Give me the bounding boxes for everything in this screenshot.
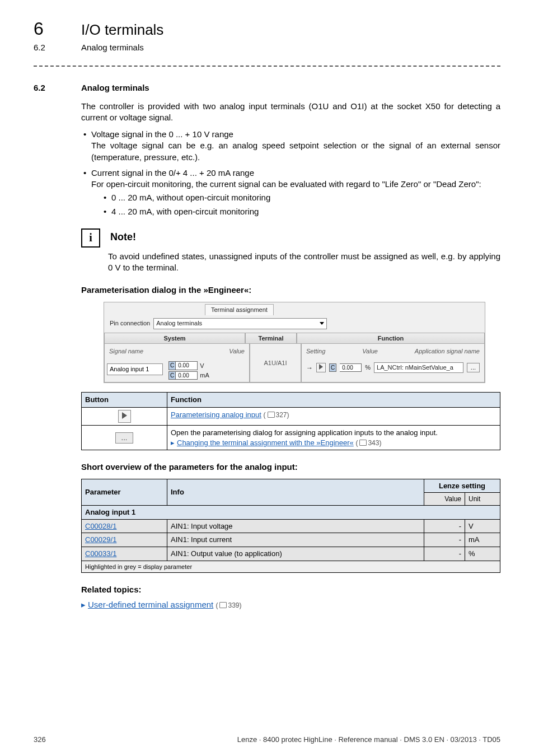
sub-bullet-no-monitor: 0 ... 20 mA, without open-circuit monito… [101,192,500,203]
function-unit: % [365,363,371,372]
page-ref: (327) [264,411,289,419]
signal-name-field[interactable]: Analog input 1 [107,363,163,375]
overview-heading: Short overview of the parameters for the… [81,461,500,473]
application-signal-field[interactable]: LA_NCtrl: nMainSetValue_a [374,362,463,373]
arrow-right-icon: → [306,363,313,372]
info-icon: i [81,228,100,248]
sub-bullet-with-monitor: 4 ... 20 mA, with open-circuit monitorin… [101,206,500,217]
bullet-current-line1: Current signal in the 0/+ 4 ... + 20 mA … [91,168,254,178]
bullet-current-line2: For open-circuit monitoring, the current… [91,179,481,189]
pin-connection-label: Pin connection [110,319,150,328]
page-ref-num: 343 [368,439,379,447]
col-terminal: Terminal [245,333,297,344]
col-function: Function [297,333,485,344]
unit-voltage: V [200,362,204,370]
footer-info: Lenze · 8400 protec HighLine · Reference… [237,735,500,745]
related-heading: Related topics: [81,584,500,595]
assign-dialog-button-small[interactable]: ... [467,363,480,372]
section-heading: Analog terminals [81,82,149,94]
arrow-marker-icon: ▸ [81,600,86,609]
divider-dashed [34,66,500,67]
parameterise-button-small[interactable] [316,363,326,372]
parameterise-button[interactable] [118,410,131,423]
book-icon [268,412,275,418]
section-title-top: Analog terminals [81,42,144,53]
function-value-header: Value [362,347,378,356]
parameter-table: Parameter Info Lenze setting Value Unit … [81,479,500,573]
dialog-heading: Parameterisation dialog in the »Engineer… [81,284,500,296]
terminal-name: A1U/A1I [250,344,301,382]
unit-c00033-1: % [465,547,500,561]
chapter-number: 6 [34,17,81,41]
value-voltage: 0.00 [176,361,198,370]
value-current: 0.00 [176,371,198,380]
th-function: Function [167,393,500,408]
page-ref-num: 327 [276,411,287,419]
play-triangle-icon [122,412,127,419]
book-icon [219,602,227,608]
col-system: System [104,333,245,344]
pin-connection-value: Analog terminals [156,319,202,328]
chapter-title: I/O terminals [81,20,163,40]
page-ref-num: 339 [228,601,239,609]
tab-terminal-assignment[interactable]: Terminal assignment [205,304,274,315]
pin-connection-select[interactable]: Analog terminals [153,318,327,329]
table-footnote: Highlighted in grey = display parameter [82,561,500,573]
info-c00029-1: AIN1: Input current [167,533,424,547]
val-c00033-1: - [424,547,465,561]
intro-paragraph: The controller is provided with two anal… [81,101,500,124]
unit-current: mA [200,371,209,380]
note-heading: Note! [110,230,136,244]
function-app-header: Application signal name [415,347,480,356]
book-icon [359,440,367,446]
val-c00029-1: - [424,533,465,547]
button-function-table: Button Function Parameterising analog in… [81,392,500,450]
dropdown-arrow-icon [320,322,324,325]
page-ref: (339) [216,601,241,609]
th-unit: Unit [465,493,500,506]
link-c00028-1[interactable]: C00028/1 [85,522,116,530]
assign-dialog-button[interactable]: ... [115,432,134,444]
system-signal-header: Signal name [109,347,143,356]
unit-c00028-1: V [465,519,500,533]
th-button: Button [82,393,167,408]
link-c00033-1[interactable]: C00033/1 [85,549,116,558]
c-badge-icon: C [329,363,336,372]
group-analog-input-1: Analog input 1 [82,506,500,520]
play-triangle-icon [319,364,323,370]
bullet-voltage-line2: The voltage signal can be e.g. an analog… [91,141,500,161]
link-changing-terminal-assignment[interactable]: Changing the terminal assignment with th… [177,438,354,447]
info-c00033-1: AIN1: Output value (to application) [167,547,424,561]
link-c00029-1[interactable]: C00029/1 [85,535,116,544]
bullet-current: Current signal in the 0/+ 4 ... + 20 mA … [81,167,500,217]
bullet-voltage-line1: Voltage signal in the 0 ... + 10 V range [91,129,233,139]
page-ref: (343) [355,439,381,447]
th-value: Value [424,493,465,506]
row2-description: Open the parameterising dialog for assig… [171,428,438,437]
function-value: 0.00 [340,363,362,372]
th-parameter: Parameter [82,479,167,506]
th-info: Info [167,479,424,506]
function-setting-header: Setting [306,347,325,356]
info-c00028-1: AIN1: Input voltage [167,519,424,533]
link-user-defined-terminal[interactable]: User-defined terminal assignment [88,600,213,609]
val-c00028-1: - [424,519,465,533]
unit-c00029-1: mA [465,533,500,547]
engineer-dialog-screenshot: Terminal assignment Pin connection Analo… [104,302,485,384]
system-value-header: Value [229,347,245,356]
c-badge-icon: C [168,361,176,370]
bullet-voltage: Voltage signal in the 0 ... + 10 V range… [81,129,500,163]
c-badge-icon: C [168,371,176,380]
page-number: 326 [34,735,46,745]
th-lenze: Lenze setting [424,479,500,493]
arrow-marker-icon: ▸ [171,438,175,447]
link-parameterising-analog-input[interactable]: Parameterising analog input [171,410,261,419]
note-body: To avoid undefined states, unassigned in… [108,251,500,274]
section-number: 6.2 [34,82,81,94]
section-number-top: 6.2 [34,42,81,53]
